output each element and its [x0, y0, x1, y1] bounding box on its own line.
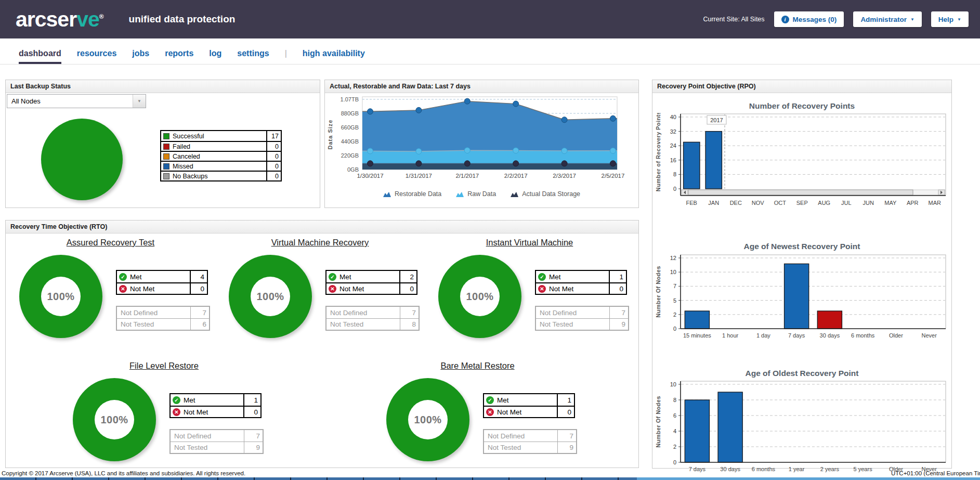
legend-value: 17 — [266, 131, 281, 141]
check-icon: ✓ — [329, 273, 336, 281]
rto-tables: ✓Met1✕Not Met0Not Defined7Not Tested9 — [169, 393, 264, 461]
svg-text:1/31/2017: 1/31/2017 — [406, 173, 432, 179]
nav-tab-high-availability[interactable]: high availability — [303, 49, 365, 64]
rto-group-body: 100%✓Met1✕Not Met0Not Defined7Not Tested… — [373, 378, 582, 461]
not-met-row: ✕Not Met0 — [117, 282, 207, 294]
donut-percent-label: 100% — [251, 277, 290, 316]
rto-untested-table: Not Defined7Not Tested9 — [169, 429, 264, 454]
panel-title-rpo: Recovery Point Objective (RPO) — [652, 80, 951, 93]
svg-text:Older: Older — [889, 332, 903, 339]
node-filter-dropdown[interactable]: All Nodes ▼ — [7, 94, 146, 108]
not-met-row: ✕Not Met0 — [326, 282, 416, 294]
not-tested-row: Not Tested6 — [117, 318, 209, 330]
help-menu-button[interactable]: Help ▼ — [931, 11, 969, 27]
legend-item-restorable-data[interactable]: Restorable Data — [383, 190, 441, 198]
rto-group-title[interactable]: Bare Metal Restore — [373, 361, 582, 371]
legend-value: 0 — [266, 142, 281, 151]
rto-group-title[interactable]: Virtual Machine Recovery — [215, 238, 425, 248]
arcserve-logo: arcserve® — [16, 7, 104, 32]
rto-group-title[interactable]: Assured Recovery Test — [6, 238, 215, 248]
rto-row-1: Assured Recovery Test100%✓Met4✕Not Met0N… — [6, 238, 638, 338]
svg-text:NOV: NOV — [752, 200, 765, 206]
nav-tab-log[interactable]: log — [209, 49, 221, 64]
rto-group-title[interactable]: Instant Virtual Machine — [425, 238, 634, 248]
svg-text:2/5/2017: 2/5/2017 — [602, 173, 625, 179]
legend-color-swatch — [163, 163, 169, 170]
svg-text:2: 2 — [673, 312, 676, 318]
cross-icon: ✕ — [119, 285, 127, 293]
nav-tab-jobs[interactable]: jobs — [132, 49, 149, 64]
met-row: ✓Met1 — [171, 394, 260, 406]
nav-tab-resources[interactable]: resources — [77, 49, 117, 64]
rto-group-assured-recovery-test: Assured Recovery Test100%✓Met4✕Not Met0N… — [6, 238, 215, 338]
svg-text:Number of Recovery Points: Number of Recovery Points — [655, 113, 661, 191]
not-met-row: ✕Not Met0 — [484, 406, 574, 417]
legend-value: 0 — [266, 152, 281, 161]
dropdown-arrow-icon[interactable]: ▼ — [133, 95, 146, 108]
nav-separator: | — [285, 49, 287, 64]
legend-item-label: Actual Data Storage — [522, 190, 580, 198]
svg-text:8: 8 — [673, 397, 676, 403]
svg-text:MAR: MAR — [929, 200, 942, 206]
svg-text:15 minutes: 15 minutes — [683, 332, 711, 339]
svg-text:0GB: 0GB — [347, 166, 359, 173]
rto-tables: ✓Met4✕Not Met0Not Defined7Not Tested6 — [116, 270, 210, 338]
legend-row-missed: Missed0 — [161, 161, 281, 171]
svg-text:880GB: 880GB — [341, 110, 359, 116]
svg-text:2/1/2017: 2/1/2017 — [455, 173, 479, 179]
svg-text:7 days: 7 days — [788, 332, 805, 339]
met-label: Met — [184, 396, 243, 404]
svg-text:1 hour: 1 hour — [722, 332, 739, 339]
legend-item-actual-data-storage[interactable]: Actual Data Storage — [511, 190, 580, 198]
svg-text:6 months: 6 months — [851, 332, 875, 339]
rto-donut-chart: 100% — [19, 255, 102, 338]
svg-text:6: 6 — [673, 412, 676, 419]
rpo-panel: Recovery Point Objective (RPO) Number of… — [652, 80, 952, 469]
rto-group-file-level-restore: File Level Restore100%✓Met1✕Not Met0Not … — [59, 361, 269, 461]
rto-group-bare-metal-restore: Bare Metal Restore100%✓Met1✕Not Met0Not … — [373, 361, 582, 461]
legend-label: Missed — [173, 163, 266, 170]
administrator-label: Administrator — [860, 16, 907, 23]
legend-label: Canceled — [173, 153, 266, 160]
svg-text:MAY: MAY — [884, 200, 897, 206]
rto-group-instant-virtual-machine: Instant Virtual Machine100%✓Met1✕Not Met… — [425, 238, 634, 338]
not-defined-label: Not Defined — [171, 432, 244, 440]
legend-row-canceled: Canceled0 — [161, 151, 281, 161]
not-tested-value: 9 — [244, 442, 263, 453]
svg-text:JUL: JUL — [841, 200, 852, 206]
svg-text:2/3/2017: 2/3/2017 — [553, 173, 576, 179]
recovery-points-bar-chart: 08162432402017FEBJANDECNOVOCTSEPAUGJULJU… — [654, 113, 951, 215]
administrator-menu-button[interactable]: Administrator ▼ — [853, 11, 921, 27]
met-row: ✓Met1 — [536, 271, 626, 282]
rto-untested-table: Not Defined7Not Tested9 — [535, 306, 629, 331]
not-met-value: 0 — [557, 407, 574, 417]
nav-tab-settings[interactable]: settings — [237, 49, 269, 64]
node-filter-value: All Nodes — [7, 97, 133, 105]
messages-button[interactable]: i Messages (0) — [774, 11, 844, 27]
not-defined-row: Not Defined7 — [484, 430, 576, 442]
rto-met-table: ✓Met2✕Not Met0 — [325, 270, 417, 295]
bottom-strip — [0, 477, 980, 480]
not-tested-label: Not Tested — [171, 444, 244, 451]
not-met-row: ✕Not Met0 — [171, 406, 260, 417]
legend-item-raw-data[interactable]: Raw Data — [456, 190, 496, 198]
svg-text:APR: APR — [907, 200, 919, 206]
check-icon: ✓ — [538, 273, 546, 281]
nav-tab-dashboard[interactable]: dashboard — [19, 49, 61, 64]
not-tested-row: Not Tested9 — [536, 318, 628, 330]
not-tested-value: 9 — [609, 319, 628, 330]
legend-label: Failed — [173, 143, 266, 150]
svg-text:220GB: 220GB — [341, 152, 359, 159]
rto-donut-chart: 100% — [229, 255, 312, 338]
legend-label: No Backups — [173, 173, 266, 180]
rto-group-title[interactable]: File Level Restore — [59, 361, 269, 371]
legend-item-label: Restorable Data — [395, 190, 441, 198]
legend-value: 0 — [266, 162, 281, 171]
rto-row-2: File Level Restore100%✓Met1✕Not Met0Not … — [6, 361, 638, 470]
legend-item-label: Raw Data — [467, 190, 496, 198]
nav-tab-reports[interactable]: reports — [165, 49, 193, 64]
rto-tables: ✓Met1✕Not Met0Not Defined7Not Tested9 — [535, 270, 629, 338]
legend-label: Successful — [173, 133, 266, 140]
svg-text:1/30/2017: 1/30/2017 — [357, 173, 383, 179]
met-label: Met — [497, 396, 557, 404]
